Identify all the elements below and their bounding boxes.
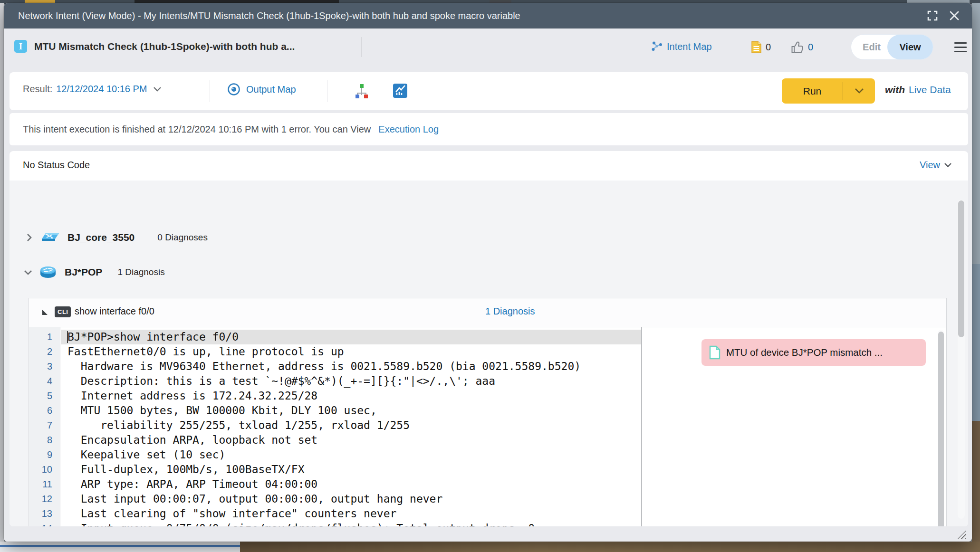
run-button-group: Run (782, 78, 875, 104)
device-row-bj-core-3550[interactable]: BJ_core_3550 0 Diagnoses (23, 225, 208, 250)
line-number: 12 (29, 492, 60, 506)
dialog-titlebar[interactable]: Network Intent (View Mode) - My Intents/… (4, 3, 972, 29)
intent-map-icon (651, 41, 663, 52)
results-scrollbar-thumb[interactable] (958, 200, 964, 337)
code-line[interactable]: MTU 1500 bytes, BW 100000 Kbit, DLY 100 … (61, 403, 641, 418)
code-line[interactable]: Last input 00:00:07, output 00:00:00, ou… (61, 492, 641, 506)
flowchart-icon (355, 84, 369, 99)
close-icon (949, 10, 960, 21)
desktop-right-sliver (972, 421, 980, 552)
view-dropdown-label: View (920, 160, 940, 171)
live-data-link[interactable]: Live Data (909, 84, 951, 95)
code-line[interactable]: Hardware is MV96340 Ethernet, address is… (61, 359, 641, 374)
chevron-down-icon (153, 86, 162, 92)
execution-status-bar: This intent execution is finished at 12/… (10, 113, 968, 145)
edit-view-toggle: Edit View (851, 35, 933, 59)
diagnosis-note-icon (709, 345, 721, 360)
result-flowchart-button[interactable] (355, 84, 369, 101)
diagnosis-scrollbar-thumb[interactable] (938, 332, 944, 526)
like-count: 0 (808, 42, 813, 53)
desktop-right-sliver (972, 264, 980, 421)
device-name: BJ_core_3550 (67, 232, 135, 243)
router-device-icon (39, 266, 57, 279)
dialog-title: Network Intent (View Mode) - My Intents/… (18, 10, 520, 21)
code-line[interactable]: Description: this is a test `~!@#$%^&*)(… (61, 374, 641, 389)
device-diagnosis-count: 0 Diagnoses (157, 232, 208, 243)
device-row-bj-pop[interactable]: BJ*POP 1 Diagnosis (22, 260, 165, 285)
document-icon (751, 41, 762, 54)
code-line[interactable]: FastEthernet0/0 is up, line protocol is … (61, 344, 641, 359)
status-code-title: No Status Code (23, 160, 90, 171)
diagnosis-badge-text: MTU of device BJ*POP mismatch ... (726, 347, 883, 358)
code-line[interactable]: ARP type: ARPA, ARP Timeout 04:00:00 (61, 477, 641, 492)
line-number: 3 (29, 359, 60, 374)
code-line[interactable]: Encapsulation ARPA, loopback not set (61, 433, 641, 447)
cli-header-row[interactable]: CLI show interface f0/0 1 Diagnosis (29, 298, 946, 327)
line-number: 5 (29, 389, 60, 403)
code-lines: BJ*POP>show interface f0/0FastEthernet0/… (61, 327, 641, 526)
intent-header: I MTU Mismatch Check (1hub-1Spoke)-with … (4, 29, 972, 66)
switch-device-icon (41, 232, 60, 243)
code-line[interactable]: reliability 255/255, txload 1/255, rxloa… (61, 418, 641, 433)
execution-log-link[interactable]: Execution Log (378, 124, 439, 135)
background-window-left-sliver (0, 3, 4, 552)
code-line[interactable]: Internet address is 172.24.32.225/28 (61, 389, 641, 403)
toolbar-divider (210, 80, 210, 102)
device-diagnosis-count: 1 Diagnosis (117, 267, 164, 277)
code-line[interactable]: BJ*POP>show interface f0/0 (61, 330, 641, 344)
diagnosis-panel: MTU of device BJ*POP mismatch ... (642, 327, 940, 526)
line-gutter: 123456789101112131415 (29, 327, 60, 526)
screen: Network Intent (View Mode) - My Intents/… (0, 0, 980, 552)
hamburger-icon (954, 42, 967, 44)
run-button[interactable]: Run (782, 78, 843, 104)
fullscreen-icon (927, 10, 938, 21)
result-chart-button[interactable] (393, 83, 408, 101)
output-map-button[interactable]: Output Map (227, 83, 296, 96)
results-body: BJ_core_3550 0 Diagnoses BJ*POP 1 (10, 181, 968, 526)
like-count-badge[interactable]: 0 (791, 41, 813, 54)
line-number: 1 (29, 330, 60, 344)
line-number: 14 (29, 521, 60, 526)
background-window-accent-line (0, 545, 240, 547)
result-timestamp: 12/12/2024 10:16 PM (56, 84, 147, 95)
desktop-wallpaper-strip (240, 542, 980, 552)
chevron-down-icon[interactable] (22, 269, 34, 276)
output-map-label: Output Map (246, 84, 296, 95)
intent-map-link[interactable]: Intent Map (651, 41, 712, 52)
intent-title: MTU Mismatch Check (1hub-1Spoke)-with bo… (34, 41, 295, 52)
code-line[interactable]: Input queue: 0/75/0/0 (size/max/drops/fl… (61, 521, 641, 526)
close-button[interactable] (948, 10, 961, 22)
results-scrollbar (958, 200, 965, 519)
note-count-badge[interactable]: 0 (751, 41, 771, 54)
line-number: 8 (29, 433, 60, 447)
view-tab[interactable]: View (887, 35, 933, 59)
result-label: Result: (23, 84, 52, 95)
view-dropdown[interactable]: View (920, 160, 952, 171)
chevron-right-icon[interactable] (23, 233, 35, 242)
desktop-right-sliver (972, 3, 980, 264)
chevron-down-icon (855, 88, 864, 94)
line-number: 9 (29, 447, 60, 462)
diagnosis-count-link[interactable]: 1 Diagnosis (485, 306, 535, 317)
line-number: 10 (29, 462, 60, 477)
result-selector[interactable]: Result: 12/12/2024 10:16 PM (23, 84, 162, 95)
diagnosis-badge[interactable]: MTU of device BJ*POP mismatch ... (701, 339, 926, 366)
resize-handle[interactable] (958, 530, 966, 539)
note-count: 0 (766, 42, 771, 53)
with-label: with (885, 84, 905, 95)
code-line[interactable]: Keepalive set (10 sec) (61, 447, 641, 462)
code-line[interactable]: Last clearing of "show interface" counte… (61, 506, 641, 521)
line-number: 6 (29, 403, 60, 418)
network-intent-dialog: Network Intent (View Mode) - My Intents/… (4, 3, 972, 542)
cli-command: show interface f0/0 (75, 306, 154, 317)
fullscreen-button[interactable] (926, 10, 939, 22)
code-line[interactable]: Full-duplex, 100Mb/s, 100BaseTX/FX (61, 462, 641, 477)
collapse-triangle-icon[interactable] (42, 310, 48, 315)
run-options-button[interactable] (843, 78, 875, 104)
chart-icon (393, 83, 408, 99)
thumbs-up-icon (791, 41, 804, 54)
edit-tab[interactable]: Edit (851, 35, 892, 59)
status-code-header-row: No Status Code View (10, 151, 968, 181)
cli-badge: CLI (55, 306, 71, 317)
menu-button[interactable] (954, 42, 967, 53)
